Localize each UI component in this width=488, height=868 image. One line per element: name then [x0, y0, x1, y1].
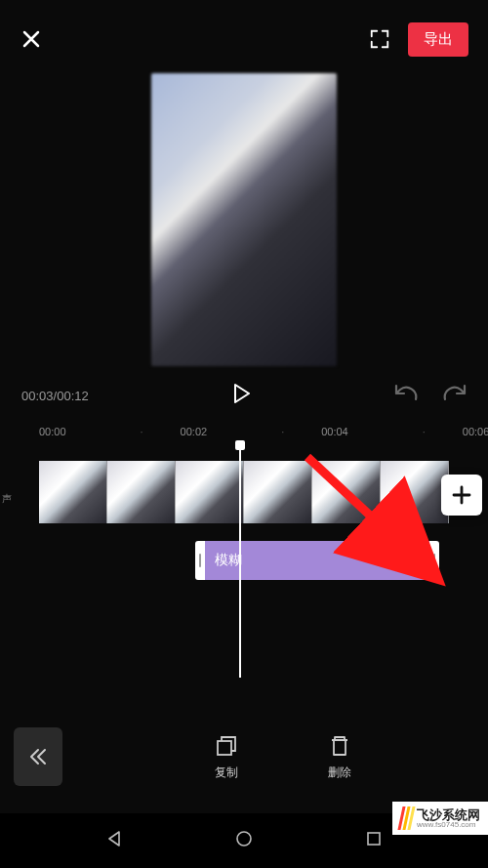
- delete-button[interactable]: 删除: [327, 733, 352, 781]
- tool-actions: 复制 删除: [92, 733, 474, 781]
- svg-point-2: [237, 832, 251, 846]
- ruler-mark: 00:00: [39, 426, 66, 437]
- ruler-tick: ·: [281, 426, 284, 437]
- circle-home-icon: [234, 829, 254, 848]
- current-time: 00:03: [21, 389, 54, 403]
- thumbnail: [176, 461, 244, 523]
- svg-rect-3: [368, 833, 380, 845]
- undo-icon: [394, 384, 420, 403]
- square-recent-icon: [364, 829, 384, 848]
- top-bar: 导出: [0, 0, 488, 68]
- play-button[interactable]: [231, 383, 251, 408]
- ruler-mark: 00:06: [463, 426, 488, 437]
- ruler-tick: ·: [141, 426, 143, 437]
- preview-area: [0, 68, 488, 371]
- timeline[interactable]: 声 模糊: [0, 443, 488, 619]
- plus-icon: [451, 484, 472, 506]
- effect-label: 模糊: [215, 552, 242, 569]
- fullscreen-button[interactable]: [369, 28, 390, 50]
- triangle-back-icon: [104, 829, 124, 848]
- effect-clip[interactable]: 模糊: [195, 541, 439, 580]
- redo-icon: [441, 384, 467, 403]
- collapse-button[interactable]: [14, 727, 62, 786]
- video-preview[interactable]: [151, 73, 337, 366]
- close-button[interactable]: [20, 27, 43, 51]
- undo-button[interactable]: [394, 384, 420, 407]
- nav-recent-button[interactable]: [364, 829, 384, 852]
- timecode: 00:03/00:12: [21, 389, 89, 403]
- track-label: 声: [2, 492, 12, 506]
- thumbnail: [107, 461, 176, 523]
- watermark-title: 飞沙系统网: [417, 808, 480, 821]
- playback-controls: 00:03/00:12: [0, 371, 488, 420]
- copy-icon: [214, 733, 239, 759]
- close-icon: [20, 27, 43, 51]
- bottom-toolbar: 复制 删除: [0, 718, 488, 796]
- export-button[interactable]: 导出: [408, 22, 468, 57]
- fullscreen-icon: [369, 28, 390, 50]
- svg-rect-1: [218, 741, 231, 755]
- watermark-logo: [400, 806, 413, 830]
- video-track[interactable]: [39, 461, 488, 523]
- thumbnail: [312, 461, 381, 523]
- thumbnail: [244, 461, 312, 523]
- chevron-double-left-icon: [27, 746, 49, 767]
- header-right-controls: 导出: [369, 22, 468, 57]
- thumbnail: [381, 461, 449, 523]
- copy-label: 复制: [215, 765, 238, 781]
- add-clip-button[interactable]: [441, 475, 482, 516]
- copy-button[interactable]: 复制: [214, 733, 239, 781]
- watermark: 飞沙系统网 www.fs0745.com: [392, 802, 488, 835]
- watermark-url: www.fs0745.com: [417, 821, 480, 829]
- ruler-tick: ·: [423, 426, 426, 437]
- thumbnail: [39, 461, 107, 523]
- undo-redo-group: [394, 384, 467, 407]
- nav-home-button[interactable]: [234, 829, 254, 852]
- play-icon: [231, 383, 251, 404]
- delete-icon: [327, 733, 352, 759]
- total-time: 00:12: [57, 389, 89, 403]
- nav-back-button[interactable]: [104, 829, 124, 852]
- ruler-mark: 00:04: [321, 426, 348, 437]
- playhead[interactable]: [239, 443, 241, 678]
- redo-button[interactable]: [441, 384, 467, 407]
- delete-label: 删除: [328, 765, 351, 781]
- ruler-mark: 00:02: [181, 426, 208, 437]
